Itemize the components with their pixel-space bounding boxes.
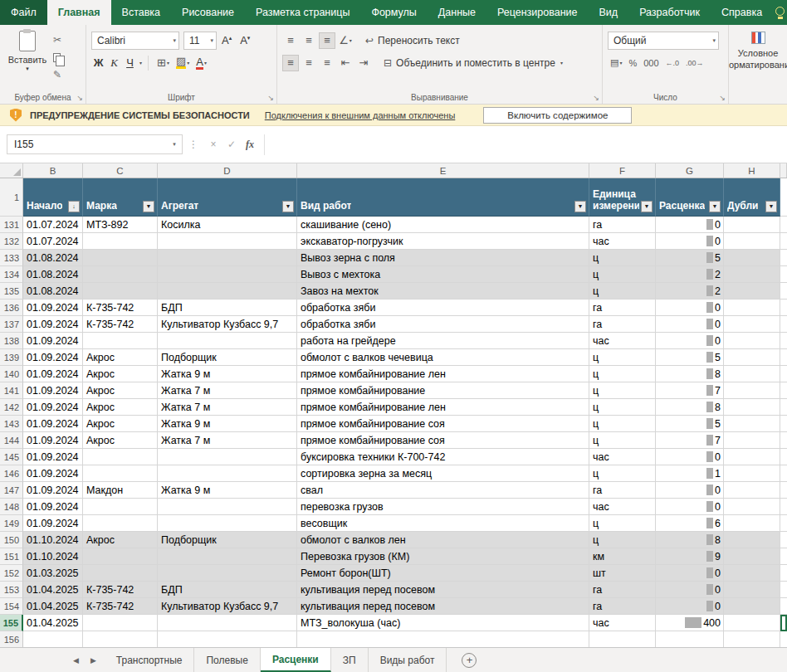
cell-date[interactable]: 01.10.2024 <box>23 548 83 565</box>
cell-date[interactable]: 01.09.2024 <box>23 382 83 399</box>
cell-marka[interactable] <box>83 631 158 647</box>
row-header[interactable]: 140 <box>0 366 23 382</box>
orientation-icon[interactable]: ∠▾ <box>337 32 354 49</box>
row-header[interactable]: 141 <box>0 382 23 399</box>
cell-dupli[interactable] <box>724 250 780 266</box>
wrap-text-button[interactable]: ↩ Переносить текст <box>365 35 460 46</box>
cell[interactable] <box>780 532 787 548</box>
cell-marka[interactable]: К-735-742 <box>83 598 158 615</box>
cell[interactable] <box>780 465 787 482</box>
cell-work-type[interactable]: сортировка зерна за месяц <box>297 465 589 482</box>
cell[interactable] <box>780 349 787 366</box>
cell-unit[interactable]: шт <box>589 565 656 582</box>
lightbulb-icon[interactable] <box>773 0 787 25</box>
cell[interactable] <box>780 283 787 299</box>
dialog-launcher-icon[interactable]: ↘ <box>593 94 599 102</box>
cell-work-type[interactable]: прямое комбайнирование лен <box>297 399 589 416</box>
cell-dupli[interactable] <box>724 465 780 482</box>
cell-work-type[interactable]: Завоз на мехток <box>297 283 589 299</box>
cell-marka[interactable]: Акрос <box>83 366 158 382</box>
cell-rate[interactable] <box>656 631 724 647</box>
cell-marka[interactable]: К-735-742 <box>83 299 158 316</box>
select-all-corner[interactable] <box>0 163 23 178</box>
cell-agregat[interactable] <box>158 333 297 349</box>
cell-unit[interactable]: ц <box>589 382 656 399</box>
cell-date[interactable]: 01.08.2024 <box>23 250 83 266</box>
cell-agregat[interactable] <box>158 283 297 299</box>
cell-agregat[interactable] <box>158 631 297 647</box>
ribbon-tab[interactable]: Формулы <box>360 0 427 25</box>
cell-rate[interactable]: 8 <box>656 399 724 416</box>
number-format-select[interactable]: Общий ▾ <box>608 32 719 50</box>
cell-date[interactable]: 01.09.2024 <box>23 432 83 449</box>
cell-dupli[interactable] <box>724 548 780 565</box>
row-header[interactable]: 138 <box>0 333 23 349</box>
filter-icon[interactable]: ▼ <box>143 201 154 212</box>
filter-icon[interactable]: ▼ <box>282 201 294 212</box>
sort-filter-icon[interactable]: ↓ <box>68 201 80 212</box>
cell[interactable] <box>780 366 787 382</box>
cell-agregat[interactable]: Жатка 9 м <box>158 482 297 499</box>
dialog-launcher-icon[interactable]: ↘ <box>267 94 274 102</box>
cell-date[interactable]: 01.09.2024 <box>23 399 83 416</box>
dialog-launcher-icon[interactable]: ↘ <box>719 94 726 102</box>
ribbon-tab[interactable]: Разметка страницы <box>245 0 360 25</box>
row-header[interactable]: 146 <box>0 465 23 482</box>
row-header[interactable]: 139 <box>0 349 23 366</box>
cell-work-type[interactable]: обработка зяби <box>297 316 589 333</box>
cell-marka[interactable]: Акрос <box>83 399 158 416</box>
row-header[interactable]: 143 <box>0 416 23 432</box>
row-header[interactable]: 154 <box>0 598 23 615</box>
accounting-format-icon[interactable]: ▤▾ <box>609 57 623 68</box>
cell-marka[interactable]: Акрос <box>83 432 158 449</box>
align-top-icon[interactable]: ≡ <box>282 32 299 49</box>
cell-marka[interactable] <box>83 333 158 349</box>
cell[interactable] <box>780 316 787 333</box>
align-left-icon[interactable]: ≡ <box>282 55 299 71</box>
conditional-formatting-button[interactable]: Условное форматирование <box>729 25 787 104</box>
cell-rate[interactable]: 0 <box>656 565 724 582</box>
cell-dupli[interactable] <box>724 515 780 532</box>
ribbon-tab[interactable]: Главная <box>47 0 111 25</box>
column-header-partial[interactable] <box>780 163 787 178</box>
ribbon-tab[interactable]: Вид <box>589 0 629 25</box>
ribbon-tab[interactable]: Вставка <box>111 0 171 25</box>
cell-unit[interactable]: га <box>589 598 656 615</box>
ribbon-tab[interactable]: Рецензирование <box>486 0 589 25</box>
cell[interactable] <box>780 482 787 499</box>
cell-agregat[interactable]: БДП <box>158 582 297 598</box>
cell-rate[interactable]: 0 <box>656 333 724 349</box>
cell[interactable] <box>780 631 787 647</box>
cell-work-type[interactable]: работа на грейдере <box>297 333 589 349</box>
cell-work-type[interactable]: Вывоз зерна с поля <box>297 250 589 266</box>
cell-unit[interactable]: км <box>589 548 656 565</box>
increase-indent-icon[interactable]: ⇥ <box>355 55 372 71</box>
sheet-tab-Транспортные[interactable]: Транспортные <box>105 648 195 672</box>
cell-date[interactable]: 01.10.2024 <box>23 532 83 548</box>
align-center-icon[interactable]: ≡ <box>301 55 317 71</box>
cell-date[interactable]: 01.03.2025 <box>23 565 83 582</box>
cell-rate[interactable]: 0 <box>656 598 724 615</box>
cell-rate[interactable]: 5 <box>656 250 724 266</box>
column-header-G[interactable]: G <box>656 163 724 178</box>
cell-agregat[interactable]: Жатка 7 м <box>158 399 297 416</box>
column-header-H[interactable]: H <box>724 163 780 178</box>
cell-agregat[interactable]: БДП <box>158 299 297 316</box>
font-color-icon[interactable]: А▾ <box>193 56 209 70</box>
cell[interactable] <box>780 565 787 582</box>
filter-icon[interactable]: ▼ <box>709 201 721 212</box>
cell-agregat[interactable] <box>158 233 297 250</box>
cell-unit[interactable]: час <box>589 233 656 250</box>
cell-marka[interactable] <box>83 266 158 283</box>
cut-icon[interactable]: ✂ <box>53 33 64 46</box>
align-middle-icon[interactable]: ≡ <box>301 32 317 49</box>
cell-work-type[interactable]: Вывоз с мехтока <box>297 266 589 283</box>
row-header[interactable]: 148 <box>0 499 23 515</box>
cell-work-type[interactable]: культивация перед посевом <box>297 582 589 598</box>
cell-date[interactable]: 01.09.2024 <box>23 416 83 432</box>
cell[interactable] <box>780 548 787 565</box>
cell[interactable] <box>780 582 787 598</box>
cell-marka[interactable] <box>83 565 158 582</box>
cell-rate[interactable]: 0 <box>656 449 724 465</box>
cell-unit[interactable]: ц <box>589 532 656 548</box>
